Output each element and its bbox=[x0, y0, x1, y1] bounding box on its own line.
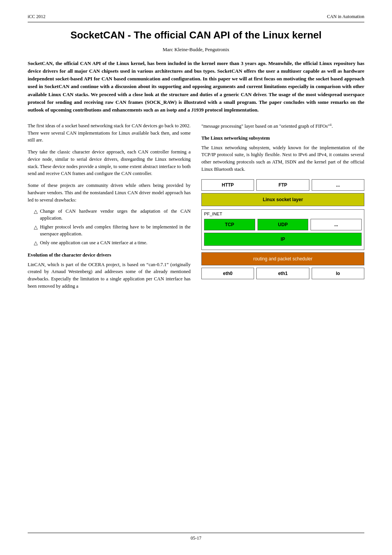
eth0-box: eth0 bbox=[201, 268, 254, 279]
title-section: SocketCAN - The official CAN API of the … bbox=[28, 29, 364, 53]
ip-box: IP bbox=[204, 233, 362, 246]
left-para-1: The first ideas of a socket based networ… bbox=[28, 122, 191, 144]
right-para-2: The Linux networking subsystem, widely k… bbox=[201, 144, 364, 173]
dots-box-2: ... bbox=[311, 219, 362, 230]
bullet-text: Higher protocol levels and complex filte… bbox=[40, 224, 191, 237]
diag-row-tcp: TCP UDP ... bbox=[204, 219, 362, 230]
udp-box: UDP bbox=[257, 219, 309, 230]
header-right: CAN in Automation bbox=[327, 14, 364, 20]
left-para-3: Some of these projects are community dri… bbox=[28, 182, 191, 203]
networking-diagram: HTTP FTP ... Linux socket layer PF_INET … bbox=[201, 179, 364, 279]
ftp-box: FTP bbox=[256, 179, 309, 191]
header-left: iCC 2012 bbox=[28, 14, 45, 20]
left-para-2: They take the classic character device a… bbox=[28, 148, 191, 177]
author: Marc Kleine-Budde, Pengutronix bbox=[28, 47, 364, 53]
bullet-icon: △ bbox=[34, 224, 38, 237]
networking-subsystem-heading: The Linux networking subsystem bbox=[201, 135, 364, 142]
http-box: HTTP bbox=[201, 179, 254, 191]
eth1-box: eth1 bbox=[256, 268, 309, 279]
two-column-body: The first ideas of a socket based networ… bbox=[28, 122, 364, 295]
routing-box: routing and packet scheduler bbox=[201, 252, 364, 265]
right-para-1: "message processing" layer based on an "… bbox=[201, 122, 364, 130]
tcp-box: TCP bbox=[204, 219, 255, 230]
column-right: "message processing" layer based on an "… bbox=[201, 122, 364, 295]
bullet-text: Only one application can use a CAN inter… bbox=[40, 240, 147, 247]
diag-row-apps: HTTP FTP ... bbox=[201, 179, 364, 191]
diag-row-socket: Linux socket layer bbox=[201, 193, 364, 206]
right-para-1-text: "message processing" layer based on an "… bbox=[201, 123, 333, 129]
diag-row-eth: eth0 eth1 lo bbox=[201, 268, 364, 279]
page-title: SocketCAN - The official CAN API of the … bbox=[28, 29, 364, 41]
page: iCC 2012 CAN in Automation SocketCAN - T… bbox=[0, 0, 392, 555]
pf-inet-label: PF_INET TCP UDP ... IP bbox=[201, 209, 364, 250]
list-item: △ Only one application can use a CAN int… bbox=[34, 240, 191, 247]
section1-para: LinCAN, which is part of the OCERA proje… bbox=[28, 261, 191, 290]
drawbacks-list: △ Change of CAN hardware vendor urges th… bbox=[28, 208, 191, 247]
bullet-icon: △ bbox=[34, 240, 38, 247]
diag-row-routing: routing and packet scheduler bbox=[201, 252, 364, 265]
abstract: SocketCAN, the official CAN API of the L… bbox=[28, 60, 364, 114]
lo-box: lo bbox=[312, 268, 364, 279]
bullet-icon: △ bbox=[34, 208, 38, 222]
list-item: △ Change of CAN hardware vendor urges th… bbox=[34, 208, 191, 222]
list-item: △ Higher protocol levels and complex fil… bbox=[34, 224, 191, 237]
linux-socket-layer-box: Linux socket layer bbox=[201, 193, 364, 206]
page-footer: 05-17 bbox=[28, 533, 364, 541]
page-number: 05-17 bbox=[191, 535, 201, 541]
dots-box-1: ... bbox=[312, 179, 364, 191]
section1-heading: Evolution of the character device driver… bbox=[28, 252, 191, 259]
diag-row-ip: IP bbox=[204, 233, 362, 246]
page-header: iCC 2012 CAN in Automation bbox=[28, 14, 364, 22]
column-left: The first ideas of a socket based networ… bbox=[28, 122, 191, 295]
bullet-text: Change of CAN hardware vendor urges the … bbox=[40, 208, 191, 222]
